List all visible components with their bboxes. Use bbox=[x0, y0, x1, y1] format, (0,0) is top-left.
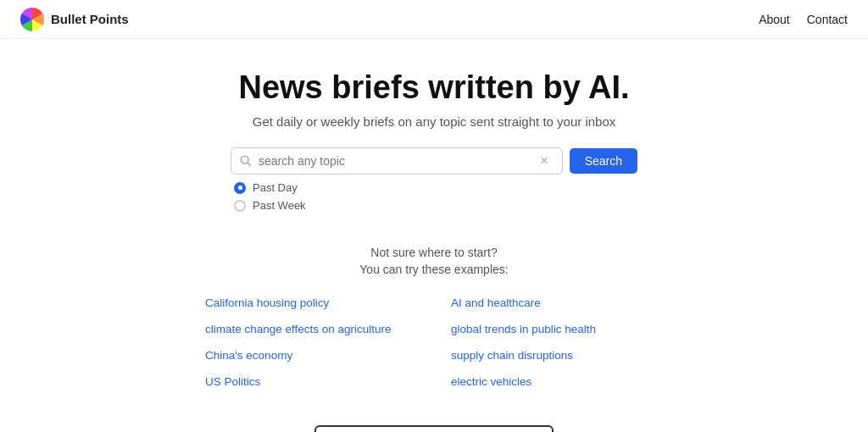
examples-section: Not sure where to start? You can try the… bbox=[20, 246, 848, 395]
page-subtitle: Get daily or weekly briefs on any topic … bbox=[253, 114, 616, 129]
examples-prompt: Not sure where to start? bbox=[20, 246, 848, 259]
logo-area: Bullet Points bbox=[20, 8, 129, 31]
example-electric-vehicles[interactable]: electric vehicles bbox=[434, 368, 680, 395]
radio-options: Past Day Past Week bbox=[231, 181, 637, 212]
radio-past-week[interactable]: Past Week bbox=[234, 199, 637, 212]
nav: About Contact bbox=[759, 13, 848, 26]
example-supply-chain[interactable]: supply chain disruptions bbox=[434, 342, 680, 368]
radio-past-day-circle bbox=[234, 182, 246, 194]
example-california-housing[interactable]: California housing policy bbox=[188, 290, 434, 316]
page-title: News briefs written by AI. bbox=[238, 69, 629, 106]
radio-past-week-circle bbox=[234, 200, 246, 212]
example-global-trends[interactable]: global trends in public health bbox=[434, 316, 680, 342]
svg-line-1 bbox=[248, 163, 250, 165]
example-climate-change[interactable]: climate change effects on agriculture bbox=[188, 316, 434, 342]
examples-grid: California housing policy AI and healthc… bbox=[188, 290, 680, 395]
search-button[interactable]: Search bbox=[570, 148, 637, 174]
search-icon bbox=[240, 155, 252, 167]
logo-icon bbox=[20, 8, 44, 31]
example-us-politics[interactable]: US Politics bbox=[188, 368, 434, 395]
examples-cta: You can try these examples: bbox=[20, 263, 848, 276]
radio-past-day-label: Past Day bbox=[253, 181, 298, 194]
clear-icon[interactable]: × bbox=[540, 153, 548, 169]
nav-about[interactable]: About bbox=[759, 13, 790, 26]
radio-past-day[interactable]: Past Day bbox=[234, 181, 637, 194]
featured-badge: 💪 Featured on THERE'S AN AI FOR THAT 🔖 bbox=[314, 425, 554, 432]
radio-past-week-label: Past Week bbox=[253, 199, 306, 212]
nav-contact[interactable]: Contact bbox=[807, 13, 848, 26]
search-row: × bbox=[231, 147, 563, 174]
example-ai-healthcare[interactable]: AI and healthcare bbox=[434, 290, 680, 316]
logo-text: Bullet Points bbox=[51, 12, 129, 26]
search-container: × Search Past Day Past Week bbox=[231, 147, 637, 212]
search-input[interactable] bbox=[259, 154, 540, 168]
example-china-economy[interactable]: China's economy bbox=[188, 342, 434, 368]
